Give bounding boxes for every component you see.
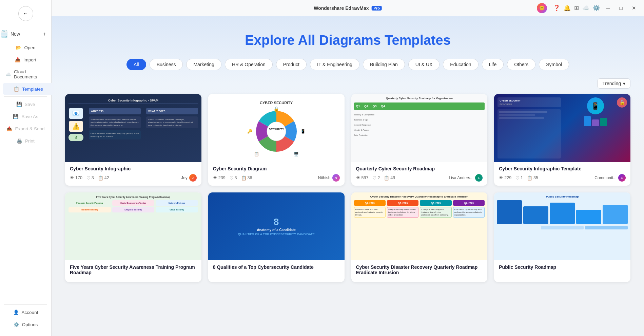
template-card-spam[interactable]: Cyber Security Infographic - SPAM 📧 ⚠️ ↺… [65,94,201,186]
eye-icon: 👁 [70,175,74,180]
sidebar-item-options[interactable]: ⚙️ Options [0,318,51,331]
sort-bar: Trending ▾ [52,78,644,94]
thumb-training-bg: Five Years Cyber Security Awareness Trai… [65,192,201,260]
divider [4,96,47,97]
training-grid: Financial Security Planning Social Engin… [69,200,198,212]
hero-title: Explore All Diagrams Templates [65,33,630,48]
user-avatar[interactable]: 😊 [537,3,547,13]
author-avatar-diagram: N [332,174,340,182]
export-icon: 📤 [6,126,12,131]
sidebar-item-saveas: 💾 Save As [0,110,51,123]
security-wheel: SECURITY 🔒 📱 🖥️ 📋 🔑 [253,108,300,155]
hero-title-highlight: All Diagrams Templates [298,33,451,48]
sidebar-saveas-label: Save As [21,114,38,119]
notification-icon[interactable]: 🔔 [564,4,571,12]
save-icon: 💾 [16,101,22,107]
sidebar-item-import[interactable]: 📥 Import [0,54,51,66]
qualities-title: QUALITIES OF A TOP CYBERSECURITY CANDIDA… [238,232,315,236]
thumb-qualities-bg: 8 Anatomy of a Candidate QUALITIES OF A … [208,192,345,260]
svg-point-0 [267,122,286,141]
sidebar-item-account[interactable]: 👤 Account [0,306,51,318]
svg-text:SECURITY: SECURITY [269,128,284,131]
card-thumb-roadmap: Quarterly Cyber Security Roadmap for Org… [351,94,488,162]
eye-icon-3: 👁 [356,175,360,180]
sidebar-options-label: Options [22,322,38,327]
template-card-dr[interactable]: Cyber Security Disaster Recovery Quarter… [351,192,488,282]
sidebar-item-templates[interactable]: 📋 Templates [3,83,54,95]
template-card-infographic-dark[interactable]: CYBER SECURITY DATA THREE [494,94,630,186]
filter-ui[interactable]: UI & UX [408,59,440,70]
sidebar-account-label: Account [22,310,38,315]
copy-icon-2: 📋 [241,175,247,181]
qualities-number: 8 [274,217,279,227]
divider-bottom [4,304,47,305]
card-title-spam: Cyber Security Infographic [70,166,197,171]
thumb-infographic-bg: CYBER SECURITY DATA THREE [494,94,630,162]
filter-building[interactable]: Building Plan [363,59,405,70]
dr-q4: Q4. 2023 [453,200,485,206]
sort-dropdown[interactable]: Trending ▾ [597,78,630,89]
roadmap-rows: Security & Compliance Business & Ops [354,113,485,137]
card-meta-roadmap: 👁 597 ♡ 2 📋 49 Lisa Anders... [356,174,483,182]
heart-icon-2: ♡ [230,175,234,181]
filter-all[interactable]: All [126,59,146,70]
sidebar-print-label: Print [25,138,35,144]
card-title-qualities: 8 Qualities of a Top Cybersecurity Candi… [213,264,340,270]
card-thumb-qualities: 8 Anatomy of a Candidate QUALITIES OF A … [208,192,345,260]
sidebar-item-cloud[interactable]: ☁️ Cloud Documents [0,66,51,83]
sidebar-item-new[interactable]: 🗒️ New ＋ [0,26,51,41]
likes-diagram: ♡ 3 [230,175,237,181]
chevron-down-icon: ▾ [623,81,625,86]
likes-roadmap: ♡ 2 [372,175,380,181]
minimize-button[interactable]: ─ [603,3,613,13]
filter-hr[interactable]: HR & Operation [225,59,273,70]
pro-badge: Pro [372,6,382,11]
apps-icon[interactable]: ⊞ [574,4,579,12]
sidebar-item-open[interactable]: 📂 Open [0,41,51,54]
card-title-dr: Cyber Security Disaster Recovery Quarter… [356,264,483,275]
filter-others[interactable]: Others [507,59,535,70]
template-card-diagram[interactable]: CYBER SECURITY [208,94,345,186]
copies-spam: 📋 42 [98,175,109,181]
settings-icon[interactable]: ⚙️ [593,4,600,12]
filter-business[interactable]: Business [150,59,183,70]
card-title-training: Five Years Cyber Security Awareness Trai… [70,264,197,275]
sidebar-templates-label: Templates [22,87,43,92]
maximize-button[interactable]: □ [616,3,626,13]
filter-life[interactable]: Life [482,59,504,70]
card-thumb-training: Five Years Cyber Security Awareness Trai… [65,192,201,260]
card-info-qualities: 8 Qualities of a Top Cybersecurity Candi… [208,260,345,277]
cloud-icon: ☁️ [5,72,11,77]
help-icon[interactable]: ❓ [553,4,560,12]
author-avatar-spam: J [189,174,197,182]
sidebar-export-label: Export & Send [15,126,44,131]
views-spam: 👁 170 [70,175,82,180]
back-button[interactable]: ← [18,6,33,21]
document-icon: 🗒️ [0,30,8,38]
dr-q1: Q1. 2023 [354,200,386,206]
template-grid: Cyber Security Infographic - SPAM 📧 ⚠️ ↺… [52,94,644,296]
author-avatar-roadmap: L [475,174,483,182]
filter-it[interactable]: IT & Engineering [310,59,359,70]
card-info-roadmap: Quarterly Cyber Security Roadmap 👁 597 ♡… [351,162,488,186]
sidebar-save-label: Save [25,102,35,107]
copy-icon-4: 📋 [527,175,532,181]
copy-icon: 📋 [98,175,103,181]
cloud-sync-icon[interactable]: ☁️ [582,4,589,12]
template-card-training[interactable]: Five Years Cyber Security Awareness Trai… [65,192,201,282]
public-chart [497,200,628,224]
template-card-roadmap[interactable]: Quarterly Cyber Security Roadmap for Org… [351,94,488,186]
main-area: Wondershare EdrawMax Pro 😊 ❓ 🔔 ⊞ ☁️ ⚙️ ─… [52,0,644,336]
close-button[interactable]: ✕ [629,3,639,13]
titlebar: Wondershare EdrawMax Pro 😊 ❓ 🔔 ⊞ ☁️ ⚙️ ─… [52,0,644,16]
filter-product[interactable]: Product [276,59,307,70]
filter-marketing[interactable]: Marketing [186,59,221,70]
template-card-public[interactable]: Public Security Roadmap [494,192,630,282]
dr-timeline: Q1. 2023 Q2. 2023 Q3. 2023 Q4. 2023 [354,200,485,206]
copies-infographic: 📋 35 [527,175,538,181]
template-card-qualities[interactable]: 8 Anatomy of a Candidate QUALITIES OF A … [208,192,345,282]
templates-icon: 📋 [14,86,19,92]
filter-symbol[interactable]: Symbol [539,59,569,70]
account-icon: 👤 [13,310,19,315]
filter-education[interactable]: Education [443,59,478,70]
